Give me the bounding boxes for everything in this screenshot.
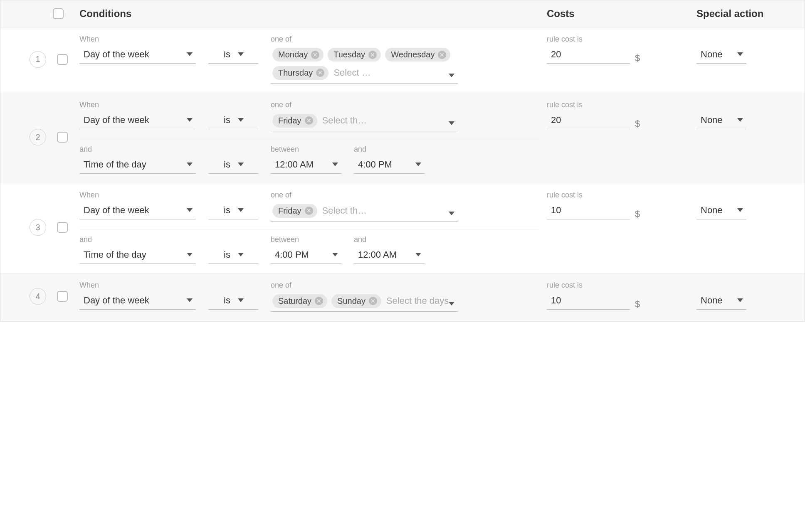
row-checkbox[interactable] <box>57 132 68 143</box>
values-field: one of Saturday✕Sunday✕Select the days <box>271 281 458 312</box>
between-label: between <box>271 235 341 244</box>
attribute-select[interactable]: Day of the week <box>79 112 196 129</box>
cost-field: rule cost is 10 $ <box>547 281 696 310</box>
and-label: and <box>79 235 196 244</box>
day-tag: Sunday✕ <box>331 294 381 308</box>
costs-cell: rule cost is 20 $ <box>547 35 696 84</box>
time-from-value: 4:00 PM <box>275 249 309 260</box>
days-multiselect[interactable]: Friday✕Select th… <box>271 112 458 131</box>
day-tag: Thursday✕ <box>272 66 328 80</box>
operator-select[interactable]: is <box>208 112 258 129</box>
special-action-select[interactable]: None <box>696 292 746 310</box>
operator-select[interactable]: is <box>208 202 258 219</box>
row-number: 2 <box>30 129 46 145</box>
costs-cell: rule cost is 10 $ <box>547 281 696 312</box>
cost-field: rule cost is 20 $ <box>547 35 696 64</box>
rulecost-label: rule cost is <box>547 35 696 44</box>
conditions-cell: When Day of the week is one of Saturday✕… <box>79 281 547 312</box>
row-selector: 2 <box>0 101 79 174</box>
remove-tag-icon[interactable]: ✕ <box>438 51 446 59</box>
and-field: and Time of the day <box>79 235 196 264</box>
currency-unit: $ <box>635 53 640 64</box>
special-cell: None <box>696 101 805 174</box>
operator-select[interactable]: is <box>208 46 258 64</box>
special-action-select[interactable]: None <box>696 46 746 64</box>
time-to-value: 4:00 PM <box>358 159 392 170</box>
chevron-down-icon <box>187 208 193 212</box>
currency-unit: $ <box>635 209 640 219</box>
time-to-select[interactable]: 12:00 AM <box>354 246 425 264</box>
day-tag: Friday✕ <box>272 204 317 218</box>
and2-label: and <box>354 145 425 154</box>
conditions-cell: When Day of the week is one of Monday✕Tu… <box>79 35 547 84</box>
attribute-select[interactable]: Time of the day <box>79 246 196 264</box>
time-to-select[interactable]: 4:00 PM <box>354 156 425 174</box>
special-action-select[interactable]: None <box>696 112 746 129</box>
special-action-select[interactable]: None <box>696 202 746 219</box>
costs-cell: rule cost is 20 $ <box>547 101 696 174</box>
when-field: When Day of the week <box>79 281 196 310</box>
and-label: and <box>79 145 196 154</box>
tag-label: Thursday <box>278 68 313 78</box>
remove-tag-icon[interactable]: ✕ <box>315 297 323 305</box>
operator-select[interactable]: is <box>208 292 258 310</box>
remove-tag-icon[interactable]: ✕ <box>305 207 313 215</box>
chevron-down-icon <box>332 163 338 166</box>
values-field: one of Friday✕Select th… <box>271 191 458 222</box>
select-all-checkbox[interactable] <box>53 8 64 19</box>
special-action-field: None <box>696 101 805 129</box>
days-placeholder[interactable]: Select th… <box>321 204 368 218</box>
row-checkbox[interactable] <box>57 54 68 65</box>
operator-value: is <box>224 115 230 126</box>
attribute-select[interactable]: Time of the day <box>79 156 196 174</box>
remove-tag-icon[interactable]: ✕ <box>316 69 324 77</box>
remove-tag-icon[interactable]: ✕ <box>311 51 319 59</box>
operator-field: is <box>208 101 258 129</box>
operator-field: is <box>208 145 258 174</box>
days-placeholder[interactable]: Select the days <box>385 294 449 308</box>
remove-tag-icon[interactable]: ✕ <box>305 116 313 125</box>
special-cell: None <box>696 191 805 264</box>
days-multiselect[interactable]: Saturday✕Sunday✕Select the days <box>271 292 458 312</box>
when-field: When Day of the week <box>79 191 196 219</box>
when-field: When Day of the week <box>79 101 196 129</box>
cost-input[interactable]: 20 <box>547 112 630 129</box>
oneof-label: one of <box>271 281 458 290</box>
cost-input[interactable]: 20 <box>547 46 630 64</box>
row-checkbox[interactable] <box>57 291 68 302</box>
operator-select[interactable]: is <box>208 156 258 174</box>
rule-row: 3 When Day of the week is one of Friday✕… <box>0 183 805 273</box>
values-field: one of Friday✕Select th… <box>271 101 458 131</box>
time-from-select[interactable]: 12:00 AM <box>271 156 341 174</box>
cost-input[interactable]: 10 <box>547 292 630 310</box>
days-placeholder[interactable]: Select th… <box>321 113 368 128</box>
attribute-select[interactable]: Day of the week <box>79 46 196 64</box>
row-checkbox[interactable] <box>57 222 68 233</box>
days-multiselect[interactable]: Friday✕Select th… <box>271 202 458 222</box>
remove-tag-icon[interactable]: ✕ <box>369 297 377 305</box>
when-label: When <box>79 281 196 290</box>
attribute-select[interactable]: Day of the week <box>79 202 196 219</box>
days-multiselect[interactable]: Monday✕Tuesday✕Wednesday✕Thursday✕Select… <box>271 46 458 84</box>
operator-label <box>208 101 258 109</box>
time-from-select[interactable]: 4:00 PM <box>271 246 341 264</box>
tag-label: Tuesday <box>333 50 365 59</box>
chevron-down-icon <box>238 118 244 122</box>
rule-row: 4 When Day of the week is one of Saturda… <box>0 273 805 321</box>
rule-row: 2 When Day of the week is one of Friday✕… <box>0 93 805 183</box>
cost-input[interactable]: 10 <box>547 202 630 219</box>
day-tag: Saturday✕ <box>272 294 327 308</box>
chevron-down-icon <box>415 163 421 166</box>
days-placeholder[interactable]: Select … <box>333 66 371 80</box>
chevron-down-icon <box>737 52 743 56</box>
tag-label: Saturday <box>278 296 311 306</box>
time-from-field: between 4:00 PM <box>271 235 341 264</box>
attribute-select[interactable]: Day of the week <box>79 292 196 310</box>
currency-unit: $ <box>635 299 640 310</box>
condition-separator <box>79 139 538 143</box>
chevron-down-icon <box>737 208 743 212</box>
operator-select[interactable]: is <box>208 246 258 264</box>
conditions-cell: When Day of the week is one of Friday✕Se… <box>79 101 547 174</box>
special-action-value: None <box>701 295 723 306</box>
remove-tag-icon[interactable]: ✕ <box>368 51 377 59</box>
